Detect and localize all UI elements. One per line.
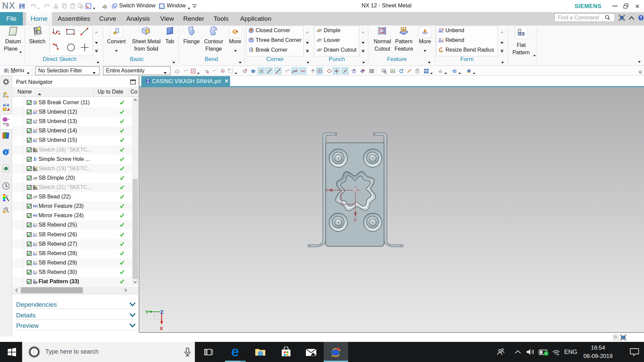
svg-text:Y: Y: [145, 309, 149, 315]
svg-text:Y: Y: [325, 188, 329, 193]
svg-text:X: X: [354, 217, 357, 223]
svg-text:i: i: [5, 150, 6, 155]
svg-text:e: e: [231, 345, 239, 359]
svg-text:Z: Z: [160, 309, 163, 315]
svg-text:?: ?: [640, 15, 642, 20]
svg-text:X: X: [160, 325, 163, 331]
